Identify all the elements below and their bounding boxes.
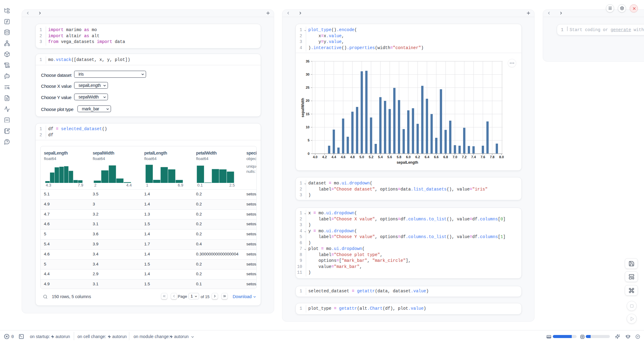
svg-text:4.0: 4.0 xyxy=(313,155,317,159)
svg-text:6.8: 6.8 xyxy=(443,155,448,159)
svg-text:7.8: 7.8 xyxy=(490,155,494,159)
svg-text:5: 5 xyxy=(308,138,309,142)
svg-text:25: 25 xyxy=(306,86,309,89)
svg-text:8.0: 8.0 xyxy=(499,155,504,159)
svg-text:sepalLength: sepalLength xyxy=(397,160,418,165)
svg-text:6.0: 6.0 xyxy=(406,155,410,159)
svg-text:4.6: 4.6 xyxy=(341,155,345,159)
svg-text:6.2: 6.2 xyxy=(415,155,420,159)
svg-text:7.0: 7.0 xyxy=(453,155,457,159)
svg-text:sepalWidth: sepalWidth xyxy=(301,98,305,117)
svg-text:7.2: 7.2 xyxy=(462,155,467,159)
svg-text:5.0: 5.0 xyxy=(360,155,364,159)
svg-text:5.6: 5.6 xyxy=(387,155,392,159)
svg-text:35: 35 xyxy=(306,59,309,63)
svg-text:6.4: 6.4 xyxy=(425,155,430,159)
svg-text:15: 15 xyxy=(306,112,309,116)
svg-text:0: 0 xyxy=(308,152,309,155)
svg-text:10: 10 xyxy=(306,125,309,129)
svg-text:30: 30 xyxy=(306,73,309,76)
svg-text:20: 20 xyxy=(306,99,309,102)
svg-text:4.4: 4.4 xyxy=(331,155,336,159)
svg-text:5.8: 5.8 xyxy=(397,155,401,159)
svg-text:7.6: 7.6 xyxy=(481,155,485,159)
svg-text:5.4: 5.4 xyxy=(378,155,383,159)
svg-text:4.8: 4.8 xyxy=(350,155,355,159)
svg-text:5.2: 5.2 xyxy=(369,155,373,159)
svg-text:6.6: 6.6 xyxy=(434,155,438,159)
svg-text:7.4: 7.4 xyxy=(471,155,476,159)
svg-text:4.2: 4.2 xyxy=(322,155,327,159)
